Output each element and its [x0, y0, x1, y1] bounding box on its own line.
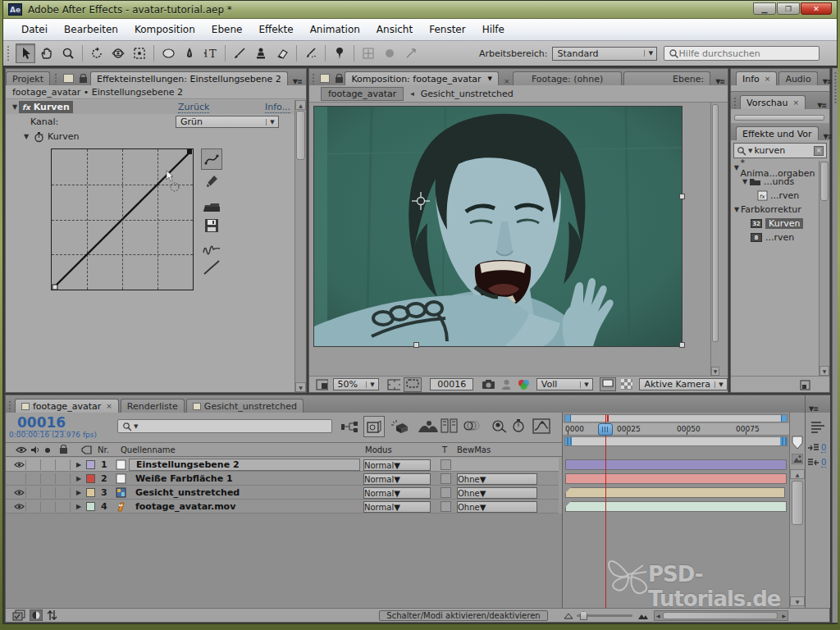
- layer-row-3[interactable]: ▶ 3 Gesicht_unstretched Normal▼ Ohne▼: [6, 486, 559, 500]
- stopwatch-icon[interactable]: [34, 131, 44, 143]
- t-checkbox[interactable]: [441, 459, 451, 470]
- effect-panel-scrollbar[interactable]: ▲ ▼: [294, 100, 306, 392]
- menu-effekte[interactable]: Effekte: [250, 24, 301, 35]
- layer-bar-3[interactable]: [565, 487, 785, 498]
- work-area-start-handle[interactable]: [565, 437, 572, 445]
- menu-ansicht[interactable]: Ansicht: [368, 24, 421, 35]
- curves-grid[interactable]: [51, 148, 194, 290]
- layer-handle-bottom[interactable]: [413, 342, 419, 348]
- crumb-layer[interactable]: Gesicht_unstretched: [421, 89, 514, 99]
- layer-handle-bottom-right[interactable]: [679, 342, 685, 348]
- panel-grip[interactable]: [312, 73, 315, 84]
- flowchart-icon[interactable]: [316, 379, 328, 390]
- resolution-dropdown[interactable]: Voll▼: [536, 378, 593, 390]
- channel-dropdown[interactable]: Grün▼: [176, 116, 279, 128]
- video-column-icon[interactable]: [16, 446, 27, 454]
- out-column-collapsed[interactable]: 0: [807, 458, 829, 468]
- maximize-button[interactable]: ❐: [777, 2, 800, 15]
- label-column-icon[interactable]: [81, 445, 92, 454]
- lock-toggle[interactable]: [57, 487, 71, 498]
- title-bar[interactable]: Ae Adobe After Effects - avatar-tutorial…: [3, 1, 837, 19]
- channel-rgb-icon[interactable]: [517, 379, 529, 390]
- draft3d-icon[interactable]: [363, 416, 385, 437]
- comp-button-icon[interactable]: [792, 454, 803, 464]
- minimize-button[interactable]: ▁: [753, 2, 776, 15]
- shy-icon[interactable]: [418, 419, 439, 434]
- visibility-eye-icon[interactable]: [12, 473, 26, 484]
- solo-toggle[interactable]: [42, 459, 56, 470]
- tab-timeline-footage-avatar[interactable]: footage_avatar×: [15, 399, 119, 413]
- trkmat-dropdown[interactable]: Ohne▼: [457, 473, 537, 485]
- layer-bar-4[interactable]: [565, 501, 787, 512]
- solo-toggle[interactable]: [42, 501, 56, 512]
- render-order-icon[interactable]: [810, 421, 825, 434]
- effects-search-field[interactable]: ▼ ×: [733, 143, 827, 158]
- work-area-end-handle[interactable]: [780, 437, 787, 445]
- panel-menu-icon[interactable]: ▼≣: [814, 102, 829, 109]
- tab-ebene[interactable]: Ebene:: [623, 71, 710, 85]
- col-t[interactable]: T: [442, 445, 447, 454]
- tab-projekt[interactable]: Projekt: [6, 71, 50, 85]
- effect-reset-link[interactable]: Zurück: [178, 102, 209, 113]
- layer-name[interactable]: Gesicht_unstretched: [129, 486, 360, 499]
- clone-stamp-tool[interactable]: [251, 43, 271, 63]
- hand-tool[interactable]: [37, 43, 57, 63]
- rotation-tool[interactable]: [87, 43, 107, 63]
- trkmat-dropdown[interactable]: Ohne▼: [457, 501, 537, 513]
- timeline-overview-strip[interactable]: [564, 414, 788, 422]
- solo-toggle[interactable]: [42, 487, 56, 498]
- effects-tree-scrollbar[interactable]: ▼: [819, 161, 829, 376]
- frame-field[interactable]: 00016: [430, 378, 473, 390]
- label-swatch[interactable]: [86, 460, 95, 469]
- expand-layer-switches-icon[interactable]: [12, 609, 26, 621]
- layer-name[interactable]: Weiße Farbfläche 1: [129, 472, 360, 485]
- tree-item-kurven-8[interactable]: 8 ...rven: [731, 231, 819, 244]
- panel-grip[interactable]: [733, 97, 737, 108]
- lock-toggle[interactable]: [57, 459, 71, 470]
- eraser-tool[interactable]: [272, 43, 292, 63]
- effects-search-input[interactable]: [754, 145, 805, 156]
- label-swatch[interactable]: [86, 502, 95, 511]
- menu-fenster[interactable]: Fenster: [421, 24, 474, 35]
- tab-gesicht-unstretched[interactable]: Gesicht_unstretched: [186, 399, 304, 413]
- view-dropdown[interactable]: Aktive Kamera▼: [639, 378, 728, 390]
- video-frame[interactable]: [313, 106, 682, 347]
- comp-flowchart-icon[interactable]: [340, 421, 358, 433]
- lock-column-icon[interactable]: [59, 445, 68, 454]
- lock-icon[interactable]: [335, 74, 343, 84]
- menu-animation[interactable]: Animation: [302, 24, 368, 35]
- auto-keyframe-icon[interactable]: [511, 418, 526, 433]
- search-options-icon[interactable]: ▼: [748, 148, 752, 154]
- effect-name-chip[interactable]: fx Kurven: [19, 101, 73, 113]
- panel-menu-icon[interactable]: ▼≣: [290, 78, 305, 85]
- help-search-input[interactable]: [679, 48, 815, 59]
- open-folder-icon[interactable]: [203, 200, 221, 216]
- menu-hilfe[interactable]: Hilfe: [474, 24, 513, 35]
- lock-toggle[interactable]: [57, 473, 71, 484]
- puppet-pin-tool[interactable]: [330, 43, 349, 63]
- switches-modes-button[interactable]: Schalter/Modi aktivieren/deaktivieren: [379, 610, 548, 621]
- tab-audio[interactable]: Audio: [778, 71, 817, 85]
- timeline-search-input[interactable]: [138, 421, 327, 431]
- layer-handle-right[interactable]: [679, 194, 685, 199]
- mode-dropdown[interactable]: Normal▼: [363, 487, 431, 499]
- layer-bar-2[interactable]: [565, 473, 787, 484]
- tree-item-animation-presets[interactable]: ▼ * Anima...orgaben: [731, 161, 819, 175]
- lock-icon[interactable]: [79, 74, 88, 84]
- smooth-tool-icon[interactable]: [202, 243, 221, 258]
- layer-name[interactable]: footage_avatar.mov: [129, 500, 360, 513]
- panel-divider-grip[interactable]: [734, 115, 824, 121]
- expand-layer-icon[interactable]: ▶: [75, 475, 83, 482]
- t-checkbox[interactable]: [441, 501, 451, 512]
- tree-item-folder[interactable]: ▼ ...unds: [731, 175, 819, 189]
- motion-blur-icon[interactable]: [463, 419, 480, 432]
- layer-row-4[interactable]: ▶ 4 footage_avatar.mov Normal▼ Ohne▼: [6, 500, 559, 514]
- expand-layer-icon[interactable]: ▶: [75, 503, 83, 510]
- transparency-grid-icon[interactable]: [621, 379, 633, 390]
- timeline-search[interactable]: ▼: [117, 419, 332, 433]
- selection-tool[interactable]: [16, 43, 35, 63]
- pencil-tool-icon[interactable]: [203, 174, 220, 193]
- graph-editor-icon[interactable]: [532, 418, 550, 434]
- audio-toggle[interactable]: [27, 459, 41, 470]
- tree-item-farbkorrektur[interactable]: ▼ Farbkorrektur: [731, 203, 819, 217]
